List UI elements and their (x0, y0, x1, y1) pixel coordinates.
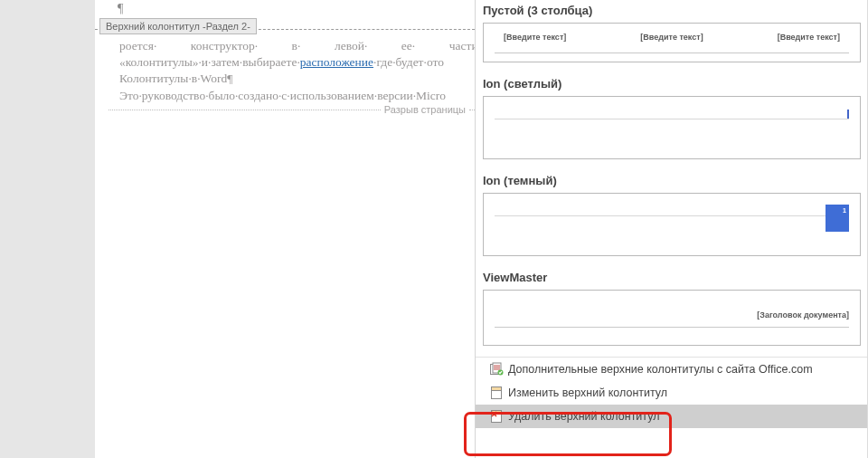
gallery-item-ion-dark[interactable]: 1 (483, 193, 861, 256)
preview-placeholder-col2: [Введите текст] (640, 33, 703, 42)
document-body-text: роется· конструктор· в· левой· ее· части… (119, 38, 481, 104)
gallery-item-empty3[interactable]: [Введите текст] [Введите текст] [Введите… (483, 23, 861, 62)
preview-page-number-icon: 1 (843, 207, 846, 214)
menu-more-from-office-label: Дополнительные верхние колонтитулы с сай… (508, 363, 813, 376)
office-icon (485, 362, 508, 377)
body-text-fragment: ·где·будет·ото (373, 55, 444, 69)
body-text-fragment: Это·руководство·было·создано·с·использов… (119, 89, 446, 102)
gallery-item-ion-light[interactable] (483, 96, 861, 159)
edit-header-icon (485, 386, 508, 400)
svg-rect-4 (492, 387, 502, 391)
pilcrow-mark: ¶ (118, 2, 123, 16)
gallery-group-empty3-title: Пустой (3 столбца) (476, 0, 868, 23)
menu-remove-header[interactable]: Удалить верхний колонтитул (476, 405, 868, 428)
gallery-item-viewmaster[interactable]: [Заголовок документа] (483, 290, 861, 346)
gallery-group-ion-dark-title: Ion (темный) (476, 170, 868, 193)
document-workspace: ¶ Верхний колонтитул -Раздел 2- роется· … (0, 0, 475, 458)
page-break-indicator: Разрыв страницы (108, 104, 475, 115)
preview-placeholder-col1: [Введите текст] (504, 33, 566, 42)
body-text-fragment: «колонтитулы»·и·затем·выбираете· (119, 55, 300, 69)
page-break-label: Разрыв страницы (381, 104, 469, 115)
remove-header-icon (485, 409, 508, 424)
gallery-group-ion-light-title: Ion (светлый) (476, 73, 868, 96)
menu-edit-header[interactable]: Изменить верхний колонтитул (476, 381, 868, 405)
header-section-tag[interactable]: Верхний колонтитул -Раздел 2- (99, 18, 257, 34)
preview-placeholder-col3: [Введите текст] (778, 33, 840, 42)
menu-more-from-office[interactable]: Дополнительные верхние колонтитулы с сай… (476, 358, 868, 381)
gallery-group-viewmaster-title: ViewMaster (476, 267, 868, 290)
menu-remove-header-label: Удалить верхний колонтитул (508, 410, 659, 423)
header-gallery-panel[interactable]: Пустой (3 столбца) [Введите текст] [Введ… (475, 0, 868, 458)
preview-document-title: [Заголовок документа] (757, 310, 849, 320)
body-text-fragment: Колонтитулы·в·Word¶ (119, 72, 232, 85)
hyperlink-location[interactable]: расположение (300, 55, 373, 69)
menu-edit-header-label: Изменить верхний колонтитул (508, 386, 667, 399)
body-text-fragment: роется· конструктор· в· левой· ее· части… (119, 39, 481, 52)
